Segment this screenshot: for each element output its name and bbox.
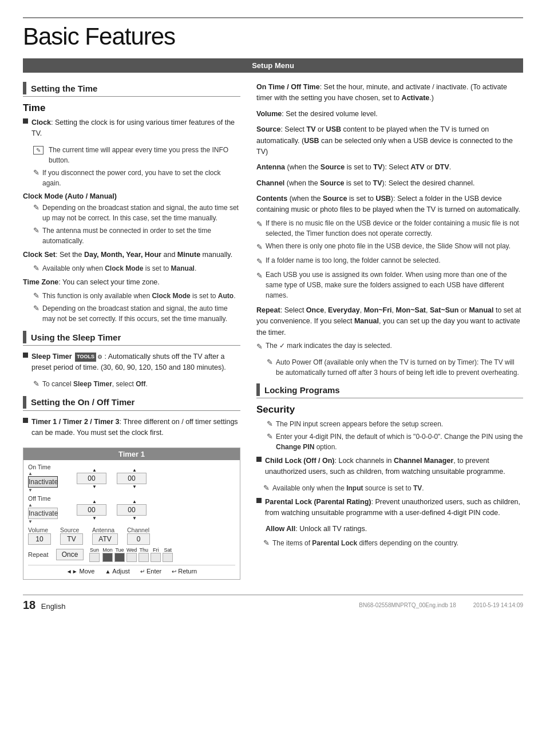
contents-note1: ✎ If there is no music file on the USB d… (256, 218, 523, 239)
section-locking-heading: Locking Programs (256, 383, 523, 398)
day-sat[interactable] (163, 553, 173, 562)
security-note1: ✎ The PIN input screen appears before th… (267, 419, 523, 429)
clock-bullet: Clock: Setting the clock is for using va… (23, 117, 240, 142)
note-icon-5: ✎ (33, 304, 39, 312)
note-icon-6: ✎ (33, 379, 39, 388)
repeat-para: Repeat: Select Once, Everyday, Mon~Fri, … (256, 305, 523, 353)
day-thu[interactable] (139, 553, 149, 562)
security-note2: ✎ Enter your 4-digit PIN, the default of… (267, 432, 523, 452)
timer-title-bar: Timer 1 (23, 448, 240, 460)
repeat-row: Repeat Once Sun Mon (28, 547, 235, 562)
left-column: Setting the Time Time Clock: Setting the… (23, 82, 240, 584)
on-time-inactivate[interactable]: Inactivate (28, 476, 58, 488)
on-off-time-para: On Time / Off Time: Set the hour, minute… (256, 82, 523, 104)
channel-field[interactable]: 0 (127, 533, 150, 545)
tools-badge: TOOLS (75, 353, 96, 362)
contents-note2: ✎ When there is only one photo file in t… (256, 241, 523, 253)
on-time-row: On Time ▲ Inactivate ▼ ▲ 00 ▼ (28, 464, 235, 493)
day-sun[interactable] (89, 553, 100, 562)
nav-enter: ↵ Enter (140, 568, 161, 575)
timer-box: Timer 1 On Time ▲ Inactivate ▼ (23, 448, 240, 580)
auto-power-off-note: ✎ Auto Power Off (available only when th… (267, 357, 523, 378)
section-setting-time-heading: Setting the Time (23, 82, 240, 97)
section-bar-2 (23, 331, 26, 343)
contents-para: Contents (when the Source is set to USB)… (256, 193, 523, 300)
clock-mode-note2: ✎ The antenna must be connected in order… (33, 225, 240, 246)
section-bar-4 (256, 383, 260, 396)
source-field[interactable]: TV (60, 533, 83, 545)
clock-mode-subhead: Clock Mode (Auto / Manual) (23, 192, 240, 200)
timer-nav-bar: ◄► Move ▲ Adjust ↵ Enter ↩ (28, 565, 235, 576)
off-time-min[interactable]: 00 (117, 504, 147, 516)
bullet-square-icon-5 (256, 498, 262, 503)
timer-bullet: Timer 1 / Timer 2 / Timer 3: Three diffe… (23, 417, 240, 441)
clock-note-power: ✎ If you disconnect the power cord, you … (33, 168, 240, 188)
note-icon-3: ✎ (33, 264, 39, 272)
nav-move: ◄► Move (66, 568, 95, 575)
clock-mode-note1: ✎ Depending on the broadcast station and… (33, 203, 240, 223)
contents-note4: ✎ Each USB you use is assigned its own f… (256, 270, 523, 300)
clock-set-text: Clock Set: Set the Day, Month, Year, Hou… (23, 250, 240, 260)
timer-grid: On Time ▲ Inactivate ▼ ▲ 00 ▼ (23, 460, 240, 579)
bullet-square-icon (23, 118, 28, 124)
on-time-hour[interactable]: 00 (77, 473, 106, 484)
page-footer: 18 English BN68-02558MNPRTQ_00Eng.indb 1… (23, 595, 523, 612)
day-tue[interactable] (114, 553, 125, 562)
top-rule (23, 17, 523, 18)
antenna-para: Antenna (when the Source is set to TV): … (256, 162, 523, 173)
off-time-row: Off Time ▲ Inactivate ▼ ▲ 00 ▼ (28, 495, 235, 524)
clock-set-note: ✎ Available only when Clock Mode is set … (33, 263, 240, 274)
nav-adjust: ▲ Adjust (105, 568, 129, 575)
page-title: Basic Features (23, 23, 523, 50)
source-para: Source: Select TV or USB content to be p… (256, 124, 523, 157)
parental-lock-bullet: Parental Lock (Parental Rating): Prevent… (256, 497, 523, 521)
channel-para: Channel (when the Source is set to TV): … (256, 178, 523, 189)
bullet-square-icon-4 (256, 457, 262, 462)
sleep-timer-note: ✎ To cancel Sleep Timer, select Off. (33, 379, 240, 389)
time-zone-note1: ✎ This function is only available when C… (33, 291, 240, 301)
note-pencil-icon: ✎ (33, 168, 39, 177)
off-time-hour[interactable]: 00 (77, 504, 106, 516)
sleep-timer-bullet: Sleep Timer TOOLS⚙ : Automatically shuts… (23, 351, 240, 376)
child-lock-note: ✎ Available only when the Input source i… (263, 483, 523, 493)
two-col-layout: Setting the Time Time Clock: Setting the… (23, 82, 523, 584)
note-icon-4: ✎ (33, 291, 39, 300)
parental-lock-note: ✎ The items of Parental Lock differs dep… (263, 538, 523, 548)
volume-para: Volume: Set the desired volume level. (256, 109, 523, 120)
allow-all-text: Allow All: Unlock all TV ratings. (266, 524, 523, 535)
on-time-min[interactable]: 00 (117, 473, 147, 484)
info-note-icon: ✎ (33, 145, 46, 155)
antenna-field[interactable]: ATV (92, 533, 118, 545)
repeat-note: ✎ The ✓ mark indicates the day is select… (256, 341, 523, 353)
section-bar-3 (23, 396, 26, 409)
note-icon-1: ✎ (33, 203, 39, 212)
time-subsection-title: Time (23, 102, 240, 114)
time-zone-note2: ✎ Depending on the broadcast station and… (33, 303, 240, 324)
child-lock-bullet: Child Lock (Off / On): Lock channels in … (256, 456, 523, 480)
right-column: On Time / Off Time: Set the hour, minute… (256, 82, 523, 584)
time-zone-text: Time Zone: You can select your time zone… (23, 277, 240, 288)
bullet-square-icon-3 (23, 418, 28, 423)
day-fri[interactable] (151, 553, 161, 562)
section-sleep-timer-heading: Using the Sleep Timer (23, 331, 240, 346)
section-on-off-timer-heading: Setting the On / Off Timer (23, 396, 240, 411)
nav-return: ↩ Return (172, 568, 197, 575)
clock-note-info: ✎ The current time will appear every tim… (33, 145, 240, 165)
contents-note3: ✎ If a folder name is too long, the fold… (256, 255, 523, 267)
setup-menu-bar: Setup Menu (23, 58, 523, 73)
note-icon-2: ✎ (33, 226, 39, 235)
security-subsection-title: Security (256, 404, 523, 415)
timer-details-row: Volume 10 Source TV Antenna ATV Channe (28, 527, 235, 545)
volume-field[interactable]: 10 (28, 533, 51, 545)
bullet-square-icon-2 (23, 353, 28, 358)
section-bar (23, 82, 26, 94)
day-mon[interactable] (102, 553, 113, 562)
off-time-inactivate[interactable]: Inactivate (28, 508, 58, 519)
day-wed[interactable] (126, 553, 137, 562)
page-container: Basic Features Setup Menu Setting the Ti… (0, 0, 546, 629)
repeat-field[interactable]: Once (56, 549, 84, 560)
